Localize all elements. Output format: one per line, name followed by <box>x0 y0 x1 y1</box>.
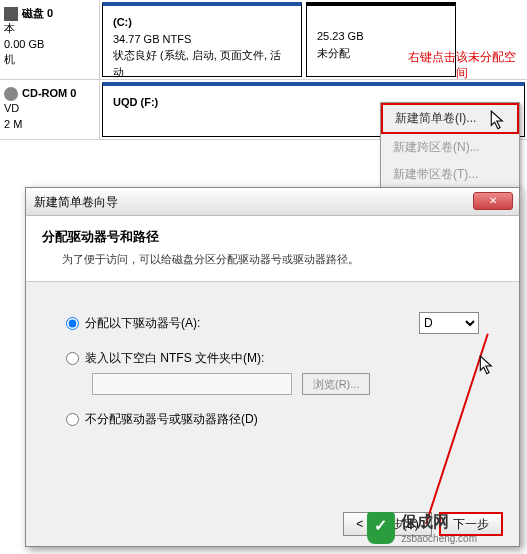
wizard-titlebar[interactable]: 新建简单卷向导 ✕ <box>26 188 519 216</box>
cdrom-type: VD <box>4 101 95 116</box>
wizard-dialog: 新建简单卷向导 ✕ 分配驱动器号和路径 为了便于访问，可以给磁盘分区分配驱动器号… <box>25 187 520 547</box>
annotation-text: 右键点击该未分配空间 <box>407 50 517 81</box>
partition-c[interactable]: (C:) 34.77 GB NTFS 状态良好 (系统, 启动, 页面文件, 活… <box>102 2 302 77</box>
mount-path-input <box>92 373 292 395</box>
watermark: 保成网 zsbaocheng.com <box>367 512 477 544</box>
label-no-assign: 不分配驱动器号或驱动器路径(D) <box>85 411 258 428</box>
partition-c-status: 状态良好 (系统, 启动, 页面文件, 活动 <box>113 47 291 80</box>
drive-letter-select[interactable]: D <box>419 312 479 334</box>
radio-assign-letter[interactable] <box>66 317 79 330</box>
shield-icon <box>367 512 395 544</box>
uqd-label: UQD (F:) <box>113 96 158 108</box>
menu-new-spanned-volume[interactable]: 新建跨区卷(N)... <box>381 134 519 161</box>
unalloc-size: 25.23 GB <box>317 28 445 45</box>
menu-new-striped-volume[interactable]: 新建带区卷(T)... <box>381 161 519 188</box>
cursor-icon-2 <box>479 355 497 380</box>
disk-0-info: 磁盘 0 本 0.00 GB 机 <box>0 0 100 79</box>
radio-mount-folder[interactable] <box>66 352 79 365</box>
partition-c-size: 34.77 GB NTFS <box>113 31 291 48</box>
cursor-icon <box>490 110 508 135</box>
cdrom-size: 2 M <box>4 117 95 132</box>
radio-no-assign[interactable] <box>66 413 79 426</box>
wizard-title: 新建简单卷向导 <box>34 195 118 209</box>
wizard-subheading: 为了便于访问，可以给磁盘分区分配驱动器号或驱动器路径。 <box>42 252 503 267</box>
disk-status: 机 <box>4 52 95 67</box>
watermark-url: zsbaocheng.com <box>401 533 477 544</box>
disk-size: 0.00 GB <box>4 37 95 52</box>
browse-button: 浏览(R)... <box>302 373 370 395</box>
disk-type: 本 <box>4 21 95 36</box>
label-mount-folder: 装入以下空白 NTFS 文件夹中(M): <box>85 350 264 367</box>
disk-icon <box>4 7 18 21</box>
watermark-name: 保成网 <box>401 513 449 530</box>
disk-name: 磁盘 0 <box>22 7 53 19</box>
wizard-header: 分配驱动器号和路径 为了便于访问，可以给磁盘分区分配驱动器号或驱动器路径。 <box>26 216 519 282</box>
cdrom-info: CD-ROM 0 VD 2 M <box>0 80 100 139</box>
cdrom-name: CD-ROM 0 <box>22 87 76 99</box>
close-button[interactable]: ✕ <box>473 192 513 210</box>
wizard-heading: 分配驱动器号和路径 <box>42 228 503 246</box>
partition-c-label: (C:) <box>113 16 132 28</box>
label-assign-letter: 分配以下驱动器号(A): <box>85 315 200 332</box>
cdrom-icon <box>4 87 18 101</box>
